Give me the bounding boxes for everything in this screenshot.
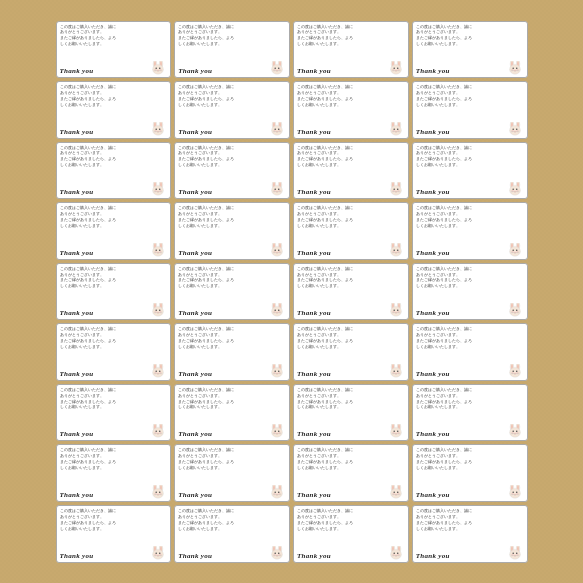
svg-point-406	[278, 431, 279, 432]
svg-point-166	[397, 189, 398, 190]
thank-you-label: Thank you	[60, 128, 94, 136]
svg-point-566	[516, 552, 517, 553]
svg-point-569	[514, 554, 515, 555]
svg-point-37	[393, 68, 394, 69]
card-japanese-text: この度はご購入いただき、誠に ありがとうございます。 またご縁がありましたら、よ…	[416, 508, 524, 545]
thank-you-card: この度はご購入いただき、誠に ありがとうございます。 またご縁がありましたら、よ…	[56, 263, 172, 321]
svg-point-521	[158, 554, 159, 555]
svg-point-4	[153, 65, 164, 75]
svg-point-149	[274, 189, 275, 190]
thank-you-label: Thank you	[416, 249, 450, 257]
thank-you-card: この度はご購入いただき、誠に ありがとうございます。 またご縁がありましたら、よ…	[56, 81, 172, 139]
svg-point-133	[156, 189, 157, 190]
card-japanese-text: この度はご購入いただき、誠に ありがとうございます。 またご縁がありましたら、よ…	[297, 145, 405, 182]
svg-point-485	[393, 491, 394, 492]
thank-you-card: この度はご購入いただき、誠に ありがとうございます。 またご縁がありましたら、よ…	[412, 81, 528, 139]
svg-point-489	[395, 494, 396, 495]
svg-point-372	[509, 367, 520, 377]
card-japanese-text: この度はご購入いただき、誠に ありがとうございます。 またご縁がありましたら、よ…	[60, 508, 168, 545]
svg-point-438	[516, 431, 517, 432]
svg-point-244	[509, 246, 520, 256]
thank-you-label: Thank you	[60, 67, 94, 75]
svg-point-262	[159, 310, 160, 311]
thank-you-card: この度はご購入いただき、誠に ありがとうございます。 またご縁がありましたら、よ…	[174, 21, 290, 79]
card-japanese-text: この度はご購入いただき、誠に ありがとうございます。 またご縁がありましたら、よ…	[60, 24, 168, 61]
svg-point-326	[159, 370, 160, 371]
svg-point-377	[514, 373, 515, 374]
svg-point-116	[509, 125, 520, 135]
svg-point-217	[276, 252, 277, 253]
thank-you-label: Thank you	[178, 67, 212, 75]
bunny-illustration	[387, 122, 405, 136]
svg-point-505	[514, 494, 515, 495]
bunny-illustration	[149, 364, 167, 378]
thank-you-label: Thank you	[416, 491, 450, 499]
svg-point-118	[516, 128, 517, 129]
thank-you-label: Thank you	[178, 309, 212, 317]
svg-point-86	[278, 128, 279, 129]
card-japanese-text: この度はご購入いただき、誠に ありがとうございます。 またご縁がありましたら、よ…	[60, 84, 168, 121]
bunny-illustration	[506, 303, 524, 317]
svg-point-293	[393, 310, 394, 311]
card-japanese-text: この度はご購入いただき、誠に ありがとうございます。 またご縁がありましたら、よ…	[178, 447, 286, 484]
thank-you-label: Thank you	[178, 249, 212, 257]
bunny-illustration	[506, 122, 524, 136]
thank-you-label: Thank you	[297, 430, 331, 438]
thank-you-card: この度はご購入いただき、誠に ありがとうございます。 またご縁がありましたら、よ…	[293, 21, 409, 79]
svg-point-454	[159, 491, 160, 492]
bunny-illustration	[387, 182, 405, 196]
card-japanese-text: この度はご購入いただき、誠に ありがとうございます。 またご縁がありましたら、よ…	[416, 447, 524, 484]
thank-you-card: この度はご購入いただき、誠に ありがとうございます。 またご縁がありましたら、よ…	[293, 323, 409, 381]
svg-point-180	[509, 186, 520, 196]
svg-point-501	[512, 491, 513, 492]
bunny-illustration	[149, 546, 167, 560]
svg-point-310	[516, 310, 517, 311]
thank-you-label: Thank you	[297, 309, 331, 317]
thank-you-label: Thank you	[60, 491, 94, 499]
svg-point-358	[397, 370, 398, 371]
bunny-illustration	[268, 122, 286, 136]
bunny-illustration	[387, 485, 405, 499]
svg-point-89	[276, 130, 277, 131]
thank-you-label: Thank you	[297, 370, 331, 378]
thank-you-label: Thank you	[178, 430, 212, 438]
thank-you-card: この度はご購入いただき、誠に ありがとうございます。 またご縁がありましたら、よ…	[293, 384, 409, 442]
card-japanese-text: この度はご購入いただき、誠に ありがとうございます。 またご縁がありましたら、よ…	[60, 266, 168, 303]
svg-point-553	[395, 554, 396, 555]
svg-point-409	[276, 433, 277, 434]
bunny-illustration	[149, 303, 167, 317]
card-japanese-text: この度はご購入いただき、誠に ありがとうございます。 またご縁がありましたら、よ…	[60, 326, 168, 363]
svg-point-73	[158, 130, 159, 131]
svg-point-196	[153, 246, 164, 256]
svg-point-422	[397, 431, 398, 432]
bunny-illustration	[268, 424, 286, 438]
thank-you-card: この度はご購入いただき、誠に ありがとうございます。 またご縁がありましたら、よ…	[293, 202, 409, 260]
bunny-illustration	[506, 243, 524, 257]
svg-point-52	[509, 65, 520, 75]
thank-you-card: この度はご購入いただき、誠に ありがとうございます。 またご縁がありましたら、よ…	[293, 444, 409, 502]
thank-you-card: この度はご購入いただき、誠に ありがとうございます。 またご縁がありましたら、よ…	[174, 81, 290, 139]
thank-you-card: この度はご購入いただき、誠に ありがとうございます。 またご縁がありましたら、よ…	[174, 444, 290, 502]
svg-point-9	[158, 70, 159, 71]
thank-you-label: Thank you	[416, 430, 450, 438]
svg-point-201	[158, 252, 159, 253]
svg-point-25	[276, 70, 277, 71]
bunny-illustration	[268, 546, 286, 560]
svg-point-517	[156, 552, 157, 553]
svg-point-294	[397, 310, 398, 311]
svg-point-565	[512, 552, 513, 553]
thank-you-card: この度はご購入いただき、誠に ありがとうございます。 またご縁がありましたら、よ…	[174, 323, 290, 381]
thank-you-label: Thank you	[60, 309, 94, 317]
thank-you-label: Thank you	[178, 491, 212, 499]
svg-point-137	[158, 191, 159, 192]
svg-point-500	[509, 489, 520, 499]
svg-point-150	[278, 189, 279, 190]
thank-you-card: この度はご購入いただき、誠に ありがとうございます。 またご縁がありましたら、よ…	[412, 142, 528, 200]
svg-point-468	[272, 489, 283, 499]
card-japanese-text: この度はご購入いただき、誠に ありがとうございます。 またご縁がありましたら、よ…	[60, 387, 168, 424]
svg-point-405	[274, 431, 275, 432]
svg-point-117	[512, 128, 513, 129]
thank-you-label: Thank you	[297, 552, 331, 560]
card-japanese-text: この度はご購入いただき、誠に ありがとうございます。 またご縁がありましたら、よ…	[297, 84, 405, 121]
card-japanese-text: この度はご購入いただき、誠に ありがとうございます。 またご縁がありましたら、よ…	[178, 266, 286, 303]
